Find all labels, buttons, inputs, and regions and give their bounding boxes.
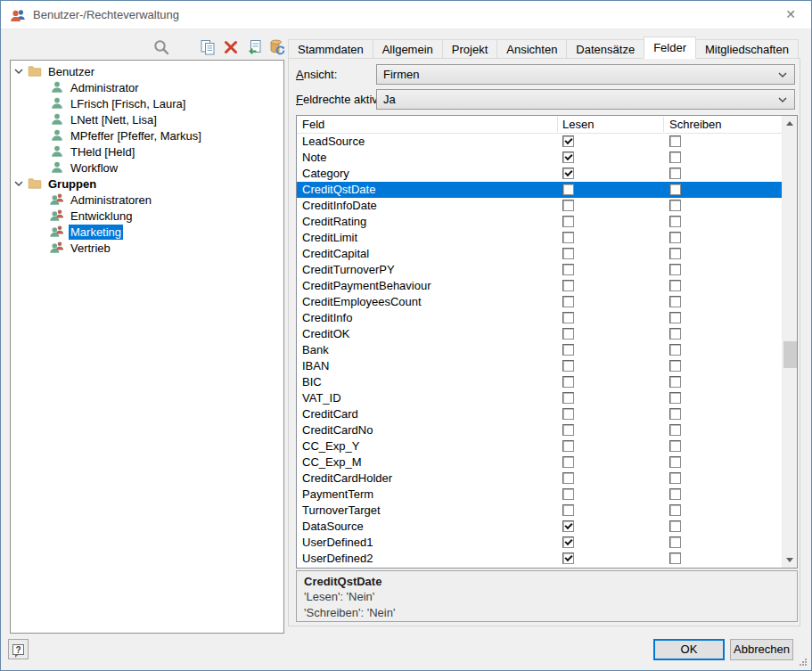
delete-icon[interactable]: [222, 38, 240, 56]
table-row[interactable]: CreditInfoDate: [297, 198, 782, 214]
copy-icon[interactable]: [199, 38, 217, 56]
schreiben-checkbox[interactable]: [669, 151, 681, 163]
schreiben-checkbox[interactable]: [669, 424, 681, 436]
tree-item-administrator[interactable]: Administrator: [11, 79, 283, 95]
table-scrollbar[interactable]: [782, 116, 797, 568]
cancel-button[interactable]: Abbrechen: [730, 639, 793, 660]
table-row[interactable]: CreditInfo: [297, 310, 782, 326]
schreiben-checkbox[interactable]: [669, 312, 681, 323]
lesen-checkbox[interactable]: [562, 280, 574, 291]
tree-item-workflow[interactable]: Workflow: [11, 160, 283, 176]
table-row[interactable]: CreditCard: [297, 406, 782, 422]
lesen-checkbox[interactable]: [562, 151, 574, 163]
ok-button[interactable]: OK: [653, 639, 725, 660]
tree-item-marketing[interactable]: Marketing: [11, 224, 283, 240]
lesen-checkbox[interactable]: [562, 312, 574, 323]
resize-grip[interactable]: [800, 659, 808, 667]
table-row[interactable]: BIC: [297, 374, 782, 390]
table-row[interactable]: UserDefined2: [297, 551, 782, 567]
schreiben-checkbox[interactable]: [669, 472, 681, 484]
table-row[interactable]: CreditRating: [297, 214, 782, 230]
schreiben-checkbox[interactable]: [669, 456, 681, 468]
tab-allgemein[interactable]: Allgemein: [373, 39, 443, 59]
lesen-checkbox[interactable]: [562, 296, 574, 307]
tab-projekt[interactable]: Projekt: [442, 39, 497, 59]
schreiben-checkbox[interactable]: [669, 184, 681, 195]
close-icon[interactable]: ✕: [770, 1, 811, 29]
schreiben-checkbox[interactable]: [669, 264, 681, 275]
schreiben-checkbox[interactable]: [669, 520, 681, 532]
table-row[interactable]: CC_Exp_M: [297, 454, 782, 471]
search-icon[interactable]: [152, 38, 170, 56]
new-entry-icon[interactable]: [176, 38, 193, 56]
lesen-checkbox[interactable]: [562, 456, 574, 468]
table-row[interactable]: CreditTurnoverPY: [297, 262, 782, 278]
lesen-checkbox[interactable]: [562, 392, 574, 404]
scroll-down-icon[interactable]: [783, 552, 797, 568]
table-row[interactable]: CreditCapital: [297, 246, 782, 262]
lesen-checkbox[interactable]: [562, 552, 574, 564]
table-row[interactable]: CreditLimit: [297, 230, 782, 246]
lesen-checkbox[interactable]: [562, 360, 574, 372]
table-row[interactable]: CreditQstDate: [297, 182, 782, 198]
schreiben-checkbox[interactable]: [669, 440, 681, 452]
tab-ansichten[interactable]: Ansichten: [496, 39, 567, 59]
schreiben-checkbox[interactable]: [669, 232, 681, 243]
schreiben-checkbox[interactable]: [669, 536, 681, 548]
table-row[interactable]: Category: [297, 166, 782, 182]
feldrechte-select[interactable]: Ja: [376, 89, 795, 110]
chevron-down-icon[interactable]: [13, 66, 24, 77]
lesen-checkbox[interactable]: [562, 168, 574, 179]
lesen-checkbox[interactable]: [562, 520, 574, 532]
lesen-checkbox[interactable]: [562, 135, 574, 147]
schreiben-checkbox[interactable]: [669, 552, 681, 564]
lesen-checkbox[interactable]: [562, 216, 574, 227]
schreiben-checkbox[interactable]: [669, 392, 681, 404]
lesen-checkbox[interactable]: [562, 488, 574, 500]
schreiben-checkbox[interactable]: [669, 296, 681, 307]
tree-item-theld[interactable]: THeld [Held]: [11, 143, 283, 160]
table-row[interactable]: IBAN: [297, 358, 782, 374]
lesen-checkbox[interactable]: [562, 328, 574, 340]
table-row[interactable]: Bank: [297, 342, 782, 358]
lesen-checkbox[interactable]: [562, 200, 574, 211]
tree-item-mpfeffer[interactable]: MPfeffer [Pfeffer, Markus]: [11, 127, 283, 143]
schreiben-checkbox[interactable]: [669, 360, 681, 372]
tab-felder[interactable]: Felder: [644, 37, 696, 59]
table-row[interactable]: CreditOK: [297, 326, 782, 342]
schreiben-checkbox[interactable]: [669, 168, 681, 179]
table-row[interactable]: CreditCardHolder: [297, 471, 782, 487]
column-header-schreiben[interactable]: Schreiben: [669, 116, 722, 133]
schreiben-checkbox[interactable]: [669, 376, 681, 388]
tree-item-administratoren[interactable]: Administratoren: [11, 192, 283, 208]
lesen-checkbox[interactable]: [562, 344, 574, 356]
lesen-checkbox[interactable]: [562, 536, 574, 548]
schreiben-checkbox[interactable]: [669, 328, 681, 340]
scroll-up-icon[interactable]: [783, 116, 797, 131]
table-row[interactable]: PaymentTerm: [297, 487, 782, 503]
tab-mitgliedschaften[interactable]: Mitgliedschaften: [695, 39, 799, 59]
lesen-checkbox[interactable]: [562, 424, 574, 436]
lesen-checkbox[interactable]: [562, 472, 574, 484]
table-row[interactable]: CreditPaymentBehaviour: [297, 278, 782, 294]
ansicht-select[interactable]: Firmen: [376, 64, 795, 85]
lesen-checkbox[interactable]: [562, 440, 574, 452]
schreiben-checkbox[interactable]: [669, 248, 681, 259]
schreiben-checkbox[interactable]: [669, 344, 681, 356]
lesen-checkbox[interactable]: [562, 408, 574, 420]
table-row[interactable]: VAT_ID: [297, 390, 782, 406]
import-icon[interactable]: [245, 38, 263, 56]
lesen-checkbox[interactable]: [562, 376, 574, 388]
tab-datensätze[interactable]: Datensätze: [566, 39, 644, 59]
table-row[interactable]: DataSource: [297, 519, 782, 535]
tree-item-entwicklung[interactable]: Entwicklung: [11, 208, 283, 224]
table-row[interactable]: TurnoverTarget: [297, 503, 782, 519]
table-row[interactable]: CreditCardNo: [297, 422, 782, 438]
lesen-checkbox[interactable]: [562, 264, 574, 275]
lesen-checkbox[interactable]: [562, 248, 574, 259]
table-row[interactable]: CreditEmployeesCount: [297, 294, 782, 310]
schreiben-checkbox[interactable]: [669, 200, 681, 211]
chevron-down-icon[interactable]: [13, 178, 24, 189]
tree-item-vertrieb[interactable]: Vertrieb: [11, 240, 283, 256]
schreiben-checkbox[interactable]: [669, 216, 681, 227]
